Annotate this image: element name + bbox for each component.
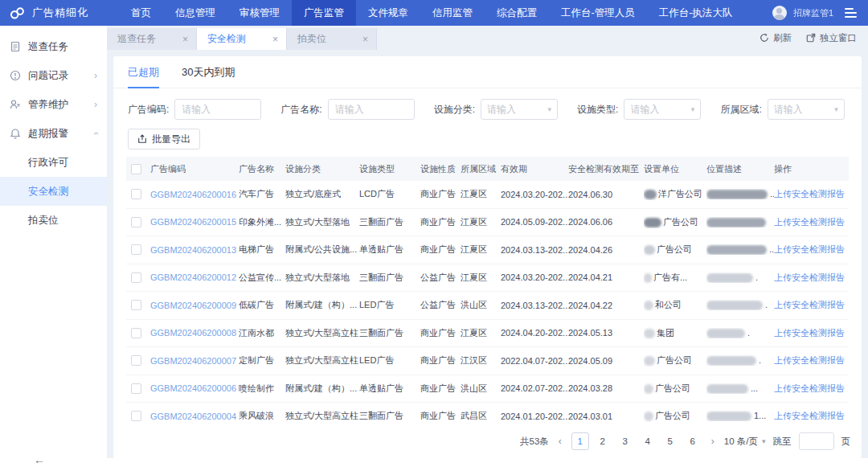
nav-item-工作台-管理人员[interactable]: 工作台-管理人员 (549, 0, 647, 26)
sidebar-item-巡查任务[interactable]: 巡查任务 (0, 32, 107, 61)
column-header-设施类型: 设施类型 (359, 163, 420, 175)
standalone-window-label: 独立窗口 (820, 32, 857, 44)
row-checkbox[interactable] (131, 217, 141, 227)
select-all-checkbox[interactable] (131, 164, 141, 174)
standalone-window-button[interactable]: 独立窗口 (806, 32, 857, 44)
upload-report-link[interactable]: 上传安全检测报告 (774, 354, 848, 367)
district-select[interactable]: 请输入▾ (768, 99, 845, 120)
facility-type-cell: 三翻面广告 (359, 410, 420, 422)
unit-cell: 广告公司 (644, 354, 706, 367)
ad-name-input[interactable] (328, 99, 415, 120)
back-arrow[interactable]: ← (34, 453, 45, 466)
refresh-button[interactable]: 刷新 (760, 32, 792, 44)
upload-report-link[interactable]: 上传安全检测报告 (774, 327, 848, 339)
row-checkbox[interactable] (131, 328, 141, 338)
upload-report-link[interactable]: 上传安全检测报告 (774, 188, 848, 200)
close-icon[interactable]: × (182, 34, 188, 45)
district-cell: 洪山区 (461, 299, 501, 311)
sidebar-subitem-行政许可[interactable]: 行政许可 (0, 148, 107, 177)
ad-code-cell[interactable]: GGBM202406200016 (150, 190, 239, 199)
row-checkbox[interactable] (131, 383, 141, 394)
chevron-down-icon: ▾ (834, 105, 838, 113)
page-3[interactable]: 3 (616, 432, 634, 450)
upload-report-link[interactable]: 上传安全检测报告 (774, 244, 848, 256)
nav-item-信用监管[interactable]: 信用监管 (420, 0, 485, 26)
external-window-icon (806, 33, 816, 43)
close-icon[interactable]: × (362, 34, 368, 45)
next-page-button[interactable]: › (709, 436, 717, 447)
ad-code-cell[interactable]: GGBM202406200015 (150, 217, 239, 227)
upload-report-link[interactable]: 上传安全检测报告 (774, 216, 848, 228)
menu-list-icon[interactable] (845, 8, 857, 18)
user-name: 招牌监管1 (793, 7, 833, 19)
facility-type-select[interactable]: 请输入▾ (624, 99, 701, 120)
batch-export-button[interactable]: 批量导出 (128, 129, 200, 149)
page-6[interactable]: 6 (684, 432, 702, 450)
chevron-down-icon: ▾ (691, 105, 695, 113)
facility-class-cell: 独立式/大型高立柱 (285, 410, 359, 422)
user-avatar[interactable] (772, 6, 787, 20)
pagination: 共53条 ‹ 123456 › 10 条/页 ▾ 跳至 页 (113, 425, 862, 458)
nature-cell: 公益广告 (420, 299, 461, 311)
facility-class-select-placeholder: 请输入 (487, 103, 516, 117)
sidebar-item-超期报警[interactable]: 超期报警› (0, 119, 107, 148)
tab-拍卖位[interactable]: 拍卖位× (287, 28, 377, 50)
detect-until-cell: 2024.04.26 (568, 245, 644, 255)
ad-code-cell[interactable]: GGBM202406200013 (150, 245, 239, 255)
subtab-30天内到期[interactable]: 30天内到期 (182, 56, 235, 88)
ad-code-input[interactable] (174, 99, 261, 120)
sidebar-item-管养维护[interactable]: 管养维护› (0, 90, 107, 119)
nav-item-工作台-执法大队[interactable]: 工作台-执法大队 (647, 0, 745, 26)
nav-item-审核管理[interactable]: 审核管理 (227, 0, 292, 26)
row-checkbox[interactable] (131, 300, 141, 310)
table-row: GGBM202406200004乘风破浪独立式/大型高立柱三翻面广告商业广告武昌… (126, 403, 849, 425)
ad-code-cell[interactable]: GGBM202406200006 (150, 383, 239, 393)
facility-type-cell: 单透贴广告 (359, 383, 420, 395)
page-1[interactable]: 1 (571, 432, 589, 450)
jump-page-input[interactable] (799, 432, 834, 450)
page-size-select[interactable]: 10 条/页 ▾ (724, 436, 766, 448)
row-checkbox[interactable] (131, 272, 141, 283)
ad-code-cell[interactable]: GGBM202406200009 (150, 301, 239, 310)
subtab-已超期[interactable]: 已超期 (128, 56, 159, 88)
jump-label: 跳至 (773, 436, 792, 448)
close-icon[interactable]: × (272, 34, 278, 45)
upload-report-link[interactable]: 上传安全检测报告 (774, 272, 848, 284)
ad-code-cell[interactable]: GGBM202406200004 (150, 412, 239, 421)
upload-report-link[interactable]: 上传安全检测报告 (774, 410, 848, 422)
page-2[interactable]: 2 (594, 432, 612, 450)
tab-巡查任务[interactable]: 巡查任务× (107, 28, 197, 50)
tab-label: 巡查任务 (117, 32, 156, 46)
alarm-icon (10, 128, 21, 139)
row-checkbox[interactable] (131, 244, 141, 255)
row-checkbox[interactable] (131, 189, 141, 199)
redacted-blob (644, 329, 655, 338)
ad-code-cell[interactable]: GGBM202406200008 (150, 328, 239, 338)
upload-report-link[interactable]: 上传安全检测报告 (774, 383, 848, 395)
page-4[interactable]: 4 (639, 432, 657, 450)
sidebar-item-问题记录[interactable]: 问题记录› (0, 61, 107, 90)
location-cell: . (706, 300, 774, 310)
sidebar-subitem-安全检测[interactable]: 安全检测 (0, 177, 107, 206)
upload-report-link[interactable]: 上传安全检测报告 (774, 299, 848, 311)
nav-item-文件规章[interactable]: 文件规章 (356, 0, 420, 26)
nav-item-首页[interactable]: 首页 (119, 0, 163, 26)
nav-item-广告监管[interactable]: 广告监管 (292, 0, 356, 26)
validity-cell: 2024.03.13-202... (501, 245, 568, 255)
ad-code-cell[interactable]: GGBM202406200007 (150, 356, 239, 366)
column-header-设施分类: 设施分类 (285, 163, 359, 175)
ad-name-cell: 印象外滩... (239, 216, 285, 228)
facility-class-select[interactable]: 请输入▾ (481, 99, 558, 120)
page-5[interactable]: 5 (661, 432, 679, 450)
nav-item-综合配置[interactable]: 综合配置 (485, 0, 549, 26)
row-checkbox-cell (126, 244, 150, 255)
filter-bar: 广告编码:广告名称:设施分类:请输入▾设施类型:请输入▾所属区域:请输入▾ 重置… (113, 88, 862, 127)
nav-item-信息管理[interactable]: 信息管理 (163, 0, 227, 26)
row-checkbox[interactable] (131, 355, 141, 366)
facility-class-cell: 独立式/大型高立柱 (285, 354, 359, 367)
tab-安全检测[interactable]: 安全检测× (197, 28, 287, 50)
sidebar-subitem-拍卖位[interactable]: 拍卖位 (0, 206, 107, 235)
prev-page-button[interactable]: ‹ (556, 436, 564, 447)
ad-code-cell[interactable]: GGBM202406200012 (150, 272, 239, 282)
row-checkbox[interactable] (131, 411, 141, 421)
